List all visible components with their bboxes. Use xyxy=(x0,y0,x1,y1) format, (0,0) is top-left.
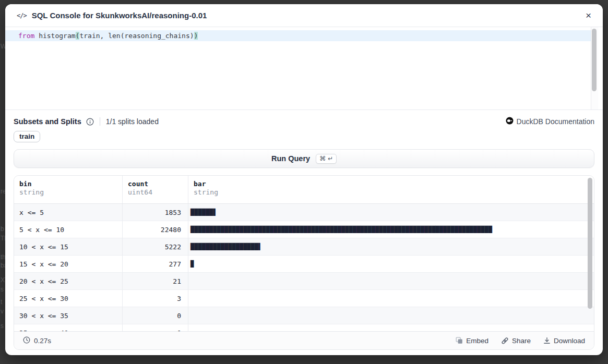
table-row: 30 < x <= 350 xyxy=(14,307,594,324)
divider xyxy=(100,117,100,126)
subsets-label: Subsets and Splits xyxy=(14,117,81,126)
histogram-bar: ████████████████████████████████████████… xyxy=(190,226,492,233)
sql-editor[interactable]: from histogram(train, len(reasoning_chai… xyxy=(5,27,603,110)
share-button[interactable]: Share xyxy=(501,337,531,345)
split-badge-train[interactable]: train xyxy=(14,131,40,142)
modal-title: SQL Console for SkunkworksAI/reasoning-0… xyxy=(32,11,207,20)
editor-scrollbar-thumb[interactable] xyxy=(592,29,597,91)
histogram-bar: ▉ xyxy=(190,261,194,267)
cell-bin: 10 < x <= 15 xyxy=(14,238,123,255)
cell-count: 0 xyxy=(123,324,188,331)
cell-count: 21 xyxy=(123,273,188,289)
download-label: Download xyxy=(554,337,585,345)
background-text-fragment: v xyxy=(1,308,4,315)
modal-header: </> SQL Console for SkunkworksAI/reasoni… xyxy=(5,4,603,27)
cell-count: 5222 xyxy=(123,238,188,255)
clock-icon xyxy=(23,336,30,345)
duckdb-documentation-link[interactable]: DuckDB Documentation xyxy=(506,117,594,126)
sql-token-bracket: ( xyxy=(76,32,80,40)
embed-label: Embed xyxy=(466,337,488,345)
keyboard-shortcut-badge: ⌘ ↵ xyxy=(316,154,337,164)
background-text-fragment: b xyxy=(1,225,4,233)
background-text-fragment: t xyxy=(1,298,2,306)
download-icon xyxy=(543,337,551,344)
table-body: x <= 51853██████▋5 < x <= 1022480███████… xyxy=(14,204,594,331)
histogram-bar: ██████████████████▌ xyxy=(190,244,262,250)
column-type: string xyxy=(19,188,117,196)
table-scrollbar-thumb[interactable] xyxy=(588,178,592,309)
cell-count: 277 xyxy=(123,256,188,272)
table-row: 15 < x <= 20277▉ xyxy=(14,256,594,273)
cell-bin: 25 < x <= 30 xyxy=(14,290,123,307)
run-query-label: Run Query xyxy=(271,154,310,163)
subsets-row: Subsets and Splits 1/1 splits loaded xyxy=(14,117,594,126)
table-header-row: bin string count uint64 bar string xyxy=(14,176,594,204)
cell-bar xyxy=(188,273,594,289)
cell-bin: 15 < x <= 20 xyxy=(14,256,123,272)
embed-button[interactable]: Embed xyxy=(456,337,488,345)
cell-bin: 5 < x <= 10 xyxy=(14,221,123,238)
sql-token-plain: train, len(reasoning_chains) xyxy=(79,32,194,40)
column-type: string xyxy=(194,188,589,196)
embed-icon xyxy=(456,337,463,344)
column-header-bin[interactable]: bin string xyxy=(14,176,123,203)
cell-bar: ████████████████████████████████████████… xyxy=(188,221,594,238)
results-panel: bin string count uint64 bar string x <= … xyxy=(14,175,594,350)
histogram-bar: ██████▋ xyxy=(190,209,217,215)
cell-count: 1853 xyxy=(123,204,188,221)
table-row: 5 < x <= 1022480████████████████████████… xyxy=(14,221,594,238)
background-text-fragment: s xyxy=(1,286,4,293)
sql-token-plain: histogram xyxy=(34,32,75,40)
table-row: 10 < x <= 155222██████████████████▌ xyxy=(14,238,594,256)
table-row: 25 < x <= 303 xyxy=(14,290,594,307)
column-name: bar xyxy=(194,180,589,188)
column-header-count[interactable]: count uint64 xyxy=(123,176,188,203)
run-query-button[interactable]: Run Query ⌘ ↵ xyxy=(14,149,594,168)
column-type: uint64 xyxy=(128,188,183,196)
cell-bar: ██████▋ xyxy=(188,204,594,221)
share-label: Share xyxy=(512,337,531,345)
code-icon: </> xyxy=(17,12,27,19)
query-elapsed-time: 0.27s xyxy=(23,336,51,345)
download-button[interactable]: Download xyxy=(543,337,585,345)
cell-bin: 30 < x <= 35 xyxy=(14,307,123,324)
background-text-fragment: s xyxy=(1,322,4,330)
table-row: x <= 51853██████▋ xyxy=(14,204,594,221)
cell-bin: 20 < x <= 25 xyxy=(14,273,123,289)
splits-loaded-text: 1/1 splits loaded xyxy=(106,117,159,126)
cell-bin: x <= 5 xyxy=(14,204,123,221)
cell-count: 22480 xyxy=(123,221,188,238)
sql-query-line[interactable]: from histogram(train, len(reasoning_chai… xyxy=(5,30,591,41)
table-row: 20 < x <= 2521 xyxy=(14,273,594,290)
cell-bin: 35 < x <= 40 xyxy=(14,324,123,331)
cell-bar xyxy=(188,307,594,324)
sql-console-modal: </> SQL Console for SkunkworksAI/reasoni… xyxy=(5,4,603,355)
duckdb-logo-icon xyxy=(506,117,514,126)
results-table: bin string count uint64 bar string x <= … xyxy=(14,176,594,331)
sql-token-keyword: from xyxy=(18,32,34,40)
info-icon[interactable] xyxy=(86,118,94,126)
cell-bar xyxy=(188,324,594,331)
column-header-bar[interactable]: bar string xyxy=(188,176,594,203)
link-icon xyxy=(501,337,509,345)
cell-count: 0 xyxy=(123,307,188,324)
close-icon[interactable]: × xyxy=(586,10,591,20)
cell-bar: ▉ xyxy=(188,256,594,272)
table-row: 35 < x <= 400 xyxy=(14,324,594,331)
cell-bar xyxy=(188,290,594,307)
cell-bar: ██████████████████▌ xyxy=(188,238,594,255)
elapsed-label: 0.27s xyxy=(34,337,51,345)
cell-count: 3 xyxy=(123,290,188,307)
duckdb-link-label: DuckDB Documentation xyxy=(517,117,594,126)
column-name: bin xyxy=(19,180,117,188)
sql-token-bracket: ) xyxy=(194,32,198,40)
results-footer: 0.27s Embed xyxy=(14,331,594,349)
column-name: count xyxy=(128,180,183,188)
